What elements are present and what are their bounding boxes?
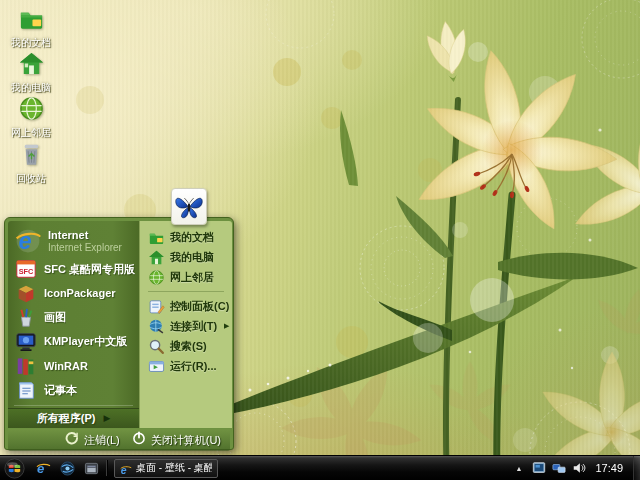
start-menu-left-separator — [14, 405, 133, 406]
desktop-icon-label: 我的电脑 — [1, 82, 61, 93]
recycle-bin-icon — [18, 141, 45, 168]
all-programs-arrow-icon: ▶ — [103, 414, 110, 423]
desktop-icon-network-places[interactable]: 网上邻居 — [1, 95, 61, 138]
start-menu-item-label: 网上邻居 — [170, 271, 214, 284]
start-menu-item-label: 画图 — [44, 311, 66, 324]
svg-text:e: e — [121, 464, 127, 476]
shutdown-label: 关闭计算机(U) — [151, 433, 221, 448]
network-places-icon — [147, 268, 165, 286]
start-menu-item-search[interactable]: 搜索(S) — [140, 336, 232, 356]
start-button[interactable] — [4, 458, 25, 479]
sfc-icon: SFC — [14, 257, 38, 281]
my-documents-icon — [18, 5, 45, 32]
control-panel-icon — [147, 297, 165, 315]
start-menu-right-separator — [148, 291, 224, 292]
network-places-icon — [18, 95, 45, 122]
start-menu-item-label: IconPackager — [44, 287, 116, 300]
start-menu-item-connect-to[interactable]: 连接到(T) ▶ — [140, 316, 232, 336]
start-menu-item-kmplayer[interactable]: KMPlayer中文版 — [8, 330, 139, 354]
start-menu-item-label: 我的文档 — [170, 231, 214, 244]
desktop-icon-recycle-bin[interactable]: 回收站 — [1, 141, 61, 184]
logoff-icon — [65, 431, 79, 449]
notepad-icon — [14, 378, 38, 402]
svg-text:e: e — [37, 461, 44, 476]
start-menu-item-label: KMPlayer中文版 — [44, 335, 127, 348]
start-menu-item-label: 连接到(T) — [170, 320, 217, 333]
task-button-label: 桌面 - 壁纸 - 桌酷... — [136, 461, 212, 475]
my-computer-icon — [18, 50, 45, 77]
start-menu-item-label: WinRAR — [44, 360, 88, 373]
start-menu-item-internet[interactable]: e Internet Internet Explorer — [8, 224, 139, 257]
start-menu-item-label: 运行(R)... — [170, 360, 216, 373]
shutdown-button[interactable]: 关闭计算机(U) — [132, 431, 221, 449]
internet-explorer-icon: e — [14, 227, 42, 255]
svg-text:SFC: SFC — [19, 267, 34, 276]
taskbar-clock[interactable]: 17:49 — [595, 462, 623, 474]
all-programs-button[interactable]: 所有程序(P) ▶ — [8, 408, 139, 428]
connect-to-icon — [147, 317, 165, 335]
start-menu-places-list: 我的文档 我的电脑 网上邻居 — [139, 221, 232, 428]
my-documents-icon — [147, 228, 165, 246]
butterfly-logo — [171, 188, 207, 225]
start-menu-item-run[interactable]: 运行(R)... — [140, 356, 232, 376]
start-menu-item-notepad[interactable]: 记事本 — [8, 378, 139, 402]
winrar-icon — [14, 354, 38, 378]
kmplayer-icon — [14, 330, 38, 354]
power-icon — [132, 431, 146, 449]
start-menu-item-paint[interactable]: 画图 — [8, 306, 139, 330]
start-menu-item-label: 我的电脑 — [170, 251, 214, 264]
show-desktop-button[interactable] — [633, 456, 640, 480]
start-menu-item-label: SFC 桌酷网专用版 — [44, 263, 135, 276]
logoff-label: 注销(L) — [84, 433, 119, 448]
start-menu-item-iconpackager[interactable]: IconPackager — [8, 281, 139, 305]
desktop-icon-label: 我的文档 — [1, 37, 61, 48]
taskbar: e e 桌面 - 壁纸 - 桌酷... ▲ — [0, 455, 640, 480]
task-button-desktop-wallpaper[interactable]: e 桌面 - 壁纸 - 桌酷... — [114, 459, 218, 478]
desktop-icon-my-computer[interactable]: 我的电脑 — [1, 50, 61, 93]
run-icon — [147, 357, 165, 375]
system-tray: ▲ 17:49 — [512, 456, 640, 480]
my-computer-icon — [147, 248, 165, 266]
start-menu-item-sfc[interactable]: SFC SFC 桌酷网专用版 — [8, 257, 139, 281]
iconpackager-icon — [14, 281, 38, 305]
start-menu-pinned-list: e Internet Internet Explorer SFC SFC 桌酷网… — [8, 221, 139, 428]
start-menu-item-label: 控制面板(C) — [170, 300, 229, 313]
start-menu-item-sublabel: Internet Explorer — [48, 242, 122, 253]
tray-chevron-icon[interactable]: ▲ — [512, 465, 527, 472]
all-programs-label: 所有程序(P) — [37, 411, 96, 426]
paint-icon — [14, 306, 38, 330]
globe-quicklaunch-icon[interactable] — [60, 461, 75, 476]
logoff-button[interactable]: 注销(L) — [65, 431, 119, 449]
network-tray-icon[interactable] — [552, 461, 566, 475]
search-icon — [147, 337, 165, 355]
start-menu-item-network-places[interactable]: 网上邻居 — [140, 267, 232, 287]
windows-orb-icon — [4, 458, 25, 479]
volume-tray-icon[interactable] — [572, 461, 586, 475]
desktop-icon-label: 回收站 — [1, 173, 61, 184]
window-quicklaunch-icon[interactable] — [84, 461, 99, 476]
desktop: 我的文档 我的电脑 网上邻居 回收站 e — [0, 0, 640, 480]
start-menu-item-winrar[interactable]: WinRAR — [8, 354, 139, 378]
start-menu-item-label: 记事本 — [44, 384, 77, 397]
desktop-icon-my-documents[interactable]: 我的文档 — [1, 5, 61, 48]
start-menu-footer: 注销(L) 关闭计算机(U) — [8, 429, 230, 451]
quick-launch-bar: e — [36, 461, 99, 476]
start-menu: e Internet Internet Explorer SFC SFC 桌酷网… — [4, 217, 234, 450]
start-menu-item-my-documents[interactable]: 我的文档 — [140, 227, 232, 247]
start-menu-item-my-computer[interactable]: 我的电脑 — [140, 247, 232, 267]
submenu-arrow-icon: ▶ — [224, 322, 229, 330]
desktop-icon-label: 网上邻居 — [1, 127, 61, 138]
ie-page-icon: e — [120, 462, 132, 474]
display-tray-icon[interactable] — [532, 461, 546, 475]
start-menu-item-label: 搜索(S) — [170, 340, 207, 353]
svg-text:e: e — [18, 227, 31, 253]
ie-quicklaunch-icon[interactable]: e — [36, 461, 51, 476]
start-menu-item-control-panel[interactable]: 控制面板(C) — [140, 296, 232, 316]
taskbar-separator — [106, 460, 107, 476]
start-menu-item-label: Internet — [48, 229, 122, 242]
